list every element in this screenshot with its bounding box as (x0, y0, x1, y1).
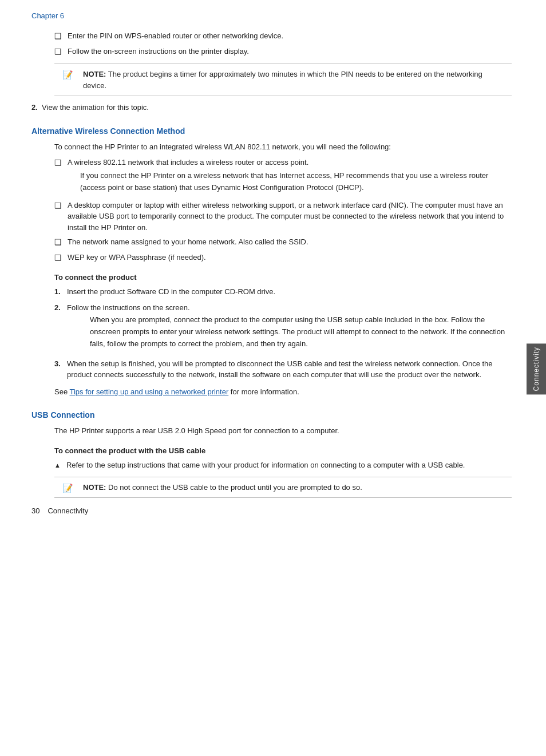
note-text-body: The product begins a timer for approxima… (83, 70, 482, 90)
usb-intro: The HP Printer supports a rear USB 2.0 H… (54, 425, 512, 437)
step-3: 3. When the setup is finished, you will … (54, 358, 512, 381)
usb-connection-heading: USB Connection (31, 410, 512, 419)
list-item: Follow the on-screen instructions on the… (54, 46, 512, 58)
see-also-link[interactable]: Tips for setting up and using a networke… (70, 387, 229, 396)
note-label: NOTE: (83, 70, 106, 78)
step-body: When you are prompted, connect the produ… (90, 314, 512, 350)
step-text: Follow the instructions on the screen. (67, 302, 190, 314)
usb-note-body: Do not connect the USB cable to the prod… (108, 483, 362, 492)
top-checkbox-list: Enter the PIN on WPS-enabled router or o… (54, 30, 512, 58)
bullet-text: A wireless 802.11 network that includes … (68, 157, 512, 196)
step-text: Insert the product Software CD in the co… (67, 286, 275, 298)
usb-triangle-list: Refer to the setup instructions that cam… (54, 460, 512, 471)
list-item: WEP key or WPA Passphrase (if needed). (54, 252, 512, 264)
connectivity-side-tab: Connectivity (527, 343, 546, 394)
bullet-sub: If you connect the HP Printer on a wirel… (80, 170, 512, 194)
list-item: The network name assigned to your home n… (54, 236, 512, 248)
alt-wireless-intro: To connect the HP Printer to an integrat… (54, 141, 512, 153)
see-also: See Tips for setting up and using a netw… (54, 386, 512, 398)
note-icon: 📝 (62, 482, 73, 495)
top-note-box: 📝 NOTE: The product begins a timer for a… (54, 64, 512, 96)
step2-view: 2. View the animation for this topic. (31, 102, 512, 114)
list-item: A wireless 802.11 network that includes … (54, 157, 512, 196)
list-item: A desktop computer or laptop with either… (54, 200, 512, 233)
list-item: Refer to the setup instructions that cam… (54, 460, 512, 471)
step-1: 1. Insert the product Software CD in the… (54, 286, 512, 298)
page-number: 30 (31, 506, 39, 515)
page-footer: 30 Connectivity (31, 506, 512, 515)
footer-section: Connectivity (48, 506, 88, 515)
usb-note-box: 📝 NOTE: Do not connect the USB cable to … (54, 477, 512, 498)
chapter-label: Chapter 6 (31, 11, 512, 20)
step-num: 2. (54, 302, 67, 314)
step-num: 3. (54, 358, 67, 370)
step-num: 1. (54, 286, 67, 298)
note-icon: 📝 (62, 69, 73, 82)
alt-wireless-bullets: A wireless 802.11 network that includes … (54, 157, 512, 264)
list-item: Enter the PIN on WPS-enabled router or o… (54, 30, 512, 42)
usb-note-label: NOTE: (83, 483, 106, 492)
step-text: When the setup is finished, you will be … (67, 358, 512, 381)
to-connect-heading: To connect the product (54, 273, 512, 282)
step-2: 2. Follow the instructions on the screen… (54, 302, 512, 354)
alt-wireless-heading: Alternative Wireless Connection Method (31, 126, 512, 136)
usb-to-connect-heading: To connect the product with the USB cabl… (54, 446, 512, 455)
connect-steps-list: 1. Insert the product Software CD in the… (54, 286, 512, 380)
